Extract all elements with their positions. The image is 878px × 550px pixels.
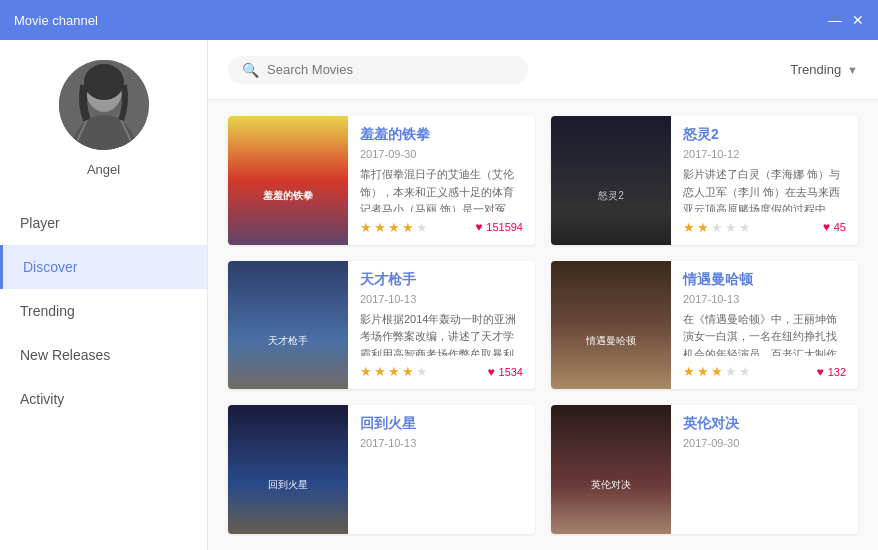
heart-icon: ♥ — [487, 365, 494, 379]
star-icon: ★ — [697, 364, 709, 379]
search-wrapper[interactable]: 🔍 — [228, 56, 528, 84]
search-icon: 🔍 — [242, 62, 259, 78]
poster-image: 怒灵2 — [551, 116, 671, 245]
avatar-image — [59, 60, 149, 150]
movie-description — [360, 455, 523, 524]
movie-info: 羞羞的铁拳 2017-09-30 靠打假拳混日子的艾迪生（艾伦 饰），本来和正义… — [348, 116, 535, 245]
star-icon: ★ — [416, 364, 428, 379]
movie-card[interactable]: 回到火星 回到火星 2017-10-13 — [228, 405, 535, 534]
user-name: Angel — [87, 162, 120, 177]
movie-date: 2017-10-13 — [360, 293, 523, 305]
movie-title: 怒灵2 — [683, 126, 846, 144]
movie-card[interactable]: 天才枪手 天才枪手 2017-10-13 影片根据2014年轰动一时的亚洲考场作… — [228, 261, 535, 390]
movie-poster: 回到火星 — [228, 405, 348, 534]
trending-selector[interactable]: Trending ▼ — [790, 62, 858, 77]
movie-description: 影片讲述了白灵（李海娜 饰）与恋人卫军（李川 饰）在去马来西亚云顶高原赌场度假的… — [683, 166, 846, 212]
movie-date: 2017-10-13 — [360, 437, 523, 449]
star-icon: ★ — [374, 364, 386, 379]
sidebar-item-activity[interactable]: Activity — [0, 377, 207, 421]
movie-grid: 羞羞的铁拳 羞羞的铁拳 2017-09-30 靠打假拳混日子的艾迪生（艾伦 饰）… — [208, 100, 878, 550]
star-icon: ★ — [374, 220, 386, 235]
star-icon: ★ — [697, 220, 709, 235]
movie-description: 影片根据2014年轰动一时的亚洲考场作弊案改编，讲述了天才学霸利用高智商考场作弊… — [360, 311, 523, 357]
heart-icon: ♥ — [817, 365, 824, 379]
star-rating: ★★★★★ — [360, 220, 428, 235]
star-icon: ★ — [683, 220, 695, 235]
search-bar: 🔍 Trending ▼ — [208, 40, 878, 100]
poster-image: 羞羞的铁拳 — [228, 116, 348, 245]
movie-poster: 情遇曼哈顿 — [551, 261, 671, 390]
movie-title: 回到火星 — [360, 415, 523, 433]
sidebar-item-player[interactable]: Player — [0, 201, 207, 245]
movie-card[interactable]: 怒灵2 怒灵2 2017-10-12 影片讲述了白灵（李海娜 饰）与恋人卫军（李… — [551, 116, 858, 245]
movie-poster: 英伦对决 — [551, 405, 671, 534]
chevron-down-icon: ▼ — [847, 64, 858, 76]
movie-description — [683, 455, 846, 524]
star-icon: ★ — [739, 220, 751, 235]
movie-info: 怒灵2 2017-10-12 影片讲述了白灵（李海娜 饰）与恋人卫军（李川 饰）… — [671, 116, 858, 245]
movie-title: 羞羞的铁拳 — [360, 126, 523, 144]
nav-menu: Player Discover Trending New Releases Ac… — [0, 201, 207, 421]
movie-date: 2017-09-30 — [360, 148, 523, 160]
poster-image: 天才枪手 — [228, 261, 348, 390]
content-area: 🔍 Trending ▼ 羞羞的铁拳 羞羞的铁拳 2017-09-30 靠打假拳… — [208, 40, 878, 550]
like-count: ♥ 151594 — [475, 220, 523, 234]
title-bar: Movie channel — ✕ — [0, 0, 878, 40]
app-title: Movie channel — [14, 13, 828, 28]
star-icon: ★ — [725, 220, 737, 235]
movie-poster: 天才枪手 — [228, 261, 348, 390]
movie-description: 靠打假拳混日子的艾迪生（艾伦 饰），本来和正义感十足的体育记者马小（马丽 饰）是… — [360, 166, 523, 212]
poster-image: 回到火星 — [228, 405, 348, 534]
close-button[interactable]: ✕ — [852, 13, 864, 27]
movie-info: 天才枪手 2017-10-13 影片根据2014年轰动一时的亚洲考场作弊案改编，… — [348, 261, 535, 390]
movie-footer: ★★★★★ ♥ 132 — [683, 364, 846, 379]
movie-card[interactable]: 羞羞的铁拳 羞羞的铁拳 2017-09-30 靠打假拳混日子的艾迪生（艾伦 饰）… — [228, 116, 535, 245]
star-icon: ★ — [360, 220, 372, 235]
movie-title: 情遇曼哈顿 — [683, 271, 846, 289]
minimize-button[interactable]: — — [828, 13, 842, 27]
star-icon: ★ — [725, 364, 737, 379]
movie-info: 回到火星 2017-10-13 — [348, 405, 535, 534]
movie-footer: ★★★★★ ♥ 1534 — [360, 364, 523, 379]
poster-image: 情遇曼哈顿 — [551, 261, 671, 390]
movie-footer: ★★★★★ ♥ 151594 — [360, 220, 523, 235]
sidebar-item-trending[interactable]: Trending — [0, 289, 207, 333]
like-count: ♥ 132 — [817, 365, 846, 379]
search-input[interactable] — [267, 62, 514, 77]
like-count: ♥ 1534 — [487, 365, 523, 379]
movie-footer: ★★★★★ ♥ 45 — [683, 220, 846, 235]
star-icon: ★ — [711, 364, 723, 379]
movie-date: 2017-09-30 — [683, 437, 846, 449]
star-icon: ★ — [416, 220, 428, 235]
trending-label: Trending — [790, 62, 841, 77]
movie-card[interactable]: 情遇曼哈顿 情遇曼哈顿 2017-10-13 在《情遇曼哈顿》中，王丽坤饰演女一… — [551, 261, 858, 390]
star-rating: ★★★★★ — [683, 364, 751, 379]
movie-poster: 羞羞的铁拳 — [228, 116, 348, 245]
sidebar-item-discover[interactable]: Discover — [0, 245, 207, 289]
star-icon: ★ — [360, 364, 372, 379]
movie-card[interactable]: 英伦对决 英伦对决 2017-09-30 — [551, 405, 858, 534]
sidebar: Angel Player Discover Trending New Relea… — [0, 40, 208, 550]
star-icon: ★ — [402, 364, 414, 379]
heart-icon: ♥ — [823, 220, 830, 234]
movie-poster: 怒灵2 — [551, 116, 671, 245]
poster-image: 英伦对决 — [551, 405, 671, 534]
movie-title: 英伦对决 — [683, 415, 846, 433]
sidebar-item-new-releases[interactable]: New Releases — [0, 333, 207, 377]
window-controls: — ✕ — [828, 13, 864, 27]
star-icon: ★ — [711, 220, 723, 235]
svg-point-2 — [84, 64, 124, 100]
like-count: ♥ 45 — [823, 220, 846, 234]
star-icon: ★ — [739, 364, 751, 379]
movie-title: 天才枪手 — [360, 271, 523, 289]
movie-date: 2017-10-12 — [683, 148, 846, 160]
main-layout: Angel Player Discover Trending New Relea… — [0, 40, 878, 550]
avatar — [59, 60, 149, 150]
star-icon: ★ — [388, 364, 400, 379]
star-rating: ★★★★★ — [683, 220, 751, 235]
movie-date: 2017-10-13 — [683, 293, 846, 305]
star-icon: ★ — [402, 220, 414, 235]
movie-description: 在《情遇曼哈顿》中，王丽坤饰演女一白淇，一名在纽约挣扎找机会的年轻演员。百老汇大… — [683, 311, 846, 357]
star-rating: ★★★★★ — [360, 364, 428, 379]
movie-info: 情遇曼哈顿 2017-10-13 在《情遇曼哈顿》中，王丽坤饰演女一白淇，一名在… — [671, 261, 858, 390]
